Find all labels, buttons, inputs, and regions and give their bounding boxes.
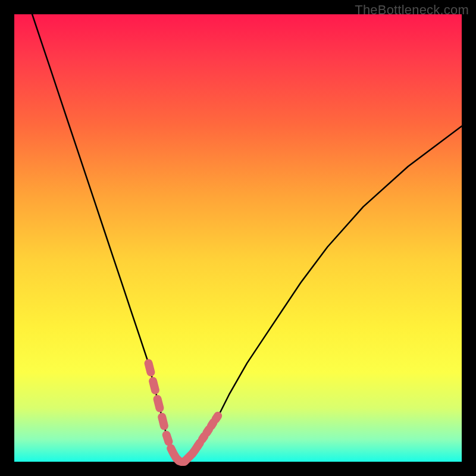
bottleneck-curve: [32, 14, 462, 462]
highlight-floor-segment: [171, 446, 198, 462]
watermark-text: TheBottleneck.com: [355, 2, 469, 18]
highlight-left-segment: [149, 364, 171, 449]
bottleneck-chart: [14, 14, 462, 462]
highlight-right-segment: [198, 412, 220, 446]
